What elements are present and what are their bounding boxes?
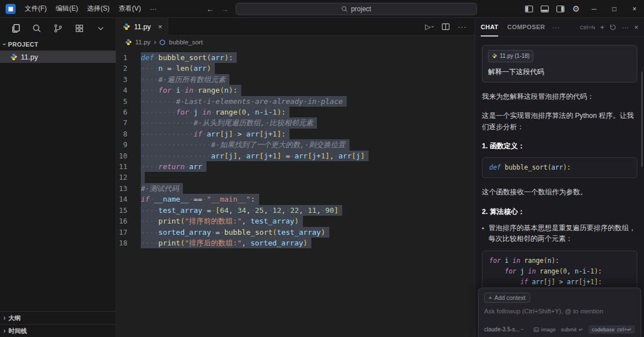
source-control-icon[interactable] — [52, 22, 64, 34]
code-token: , — [299, 206, 303, 215]
codebase-button[interactable]: codebase ctrl+↵ — [588, 325, 635, 334]
code-token: [ — [259, 130, 264, 138]
code-token: : — [233, 86, 237, 94]
code-token: ···· — [141, 64, 158, 72]
tab-11py[interactable]: 11.py × — [116, 18, 168, 35]
code-line[interactable]: 18····print("排序后的数组:",·sorted_array) — [116, 238, 475, 248]
timeline-section-header[interactable]: › 时间线 — [0, 324, 116, 337]
code-token: arr — [189, 162, 202, 171]
code-line[interactable]: 15····test_array·=·[64,·34,·25,·12,·22,·… — [116, 205, 475, 216]
code-token: if — [141, 195, 150, 203]
image-label: image — [541, 326, 556, 333]
context-file-chip[interactable]: 11.py (1-18) — [488, 50, 533, 62]
settings-gear-icon[interactable]: ⚙ — [569, 2, 583, 16]
code-line[interactable]: 5········#·Last·i·elements·are·already·i… — [116, 96, 475, 107]
editor-more-actions-button[interactable]: ··· — [458, 22, 467, 31]
tab-chat[interactable]: CHAT — [481, 18, 498, 37]
code-text: ····for·i·in·range(n): — [141, 85, 241, 95]
python-file-icon — [10, 53, 17, 61]
code-line[interactable]: 11····return·arr — [116, 161, 475, 172]
line-number: 14 — [116, 194, 141, 204]
code-line[interactable]: 1def·bubble_sort(arr): — [116, 52, 475, 63]
code-line[interactable]: 10················arr[j],·arr[j+1]·=·arr… — [116, 151, 475, 161]
back-button[interactable]: ← — [206, 4, 214, 13]
code-token: if — [520, 278, 528, 286]
code-token: - — [268, 108, 273, 116]
close-chat-button[interactable]: × — [634, 23, 638, 31]
history-icon[interactable] — [609, 24, 617, 31]
chat-panel: CHAT COMPOSER ··· Ctrl+N + ··· × 11.py (… — [475, 18, 644, 337]
logo-glyph: ▣ — [8, 6, 13, 12]
code-token: def — [489, 163, 501, 171]
app-logo-icon[interactable]: ▣ — [6, 4, 16, 14]
code-token: , — [242, 217, 246, 225]
run-python-button[interactable]: ▷ › — [425, 22, 434, 31]
explorer-section-header[interactable]: › PROJECT — [0, 38, 116, 51]
code-line[interactable]: 3····#·遍历所有数组元素 — [116, 74, 475, 85]
chevron-right-icon: › — [3, 327, 6, 334]
menu-view[interactable]: 查看(V) — [114, 2, 145, 15]
code-token: bubble_sort — [505, 163, 548, 171]
code-token: [ — [215, 206, 220, 215]
tab-composer[interactable]: COMPOSER — [507, 18, 545, 37]
chat-tabs-overflow-button[interactable]: ··· — [552, 18, 560, 37]
submit-button[interactable]: submit ↵ — [561, 326, 583, 333]
code-line[interactable]: 6········for·j·in·range(0,·n-i-1): — [116, 107, 475, 117]
search-icon[interactable] — [30, 22, 43, 34]
code-token: ···· — [141, 86, 158, 94]
code-token: 90 — [325, 206, 334, 215]
code-token: in — [528, 267, 536, 275]
split-editor-icon[interactable] — [441, 22, 450, 31]
code-token: test_array — [250, 217, 294, 225]
maximize-button[interactable]: □ — [605, 0, 624, 18]
breadcrumb[interactable]: 11.py › bubble_sort — [116, 35, 475, 49]
code-line[interactable]: 8············if·arr[j]·>·arr[j+1]: — [116, 129, 475, 139]
code-token: · — [290, 152, 295, 160]
close-window-button[interactable]: × — [625, 0, 644, 18]
code-token: #·遍历所有数组元素 — [158, 75, 226, 84]
assistant-paragraph: 这个函数接收一个数组作为参数。 — [482, 187, 637, 198]
code-token: j — [548, 278, 551, 286]
code-token: bubble_sort — [158, 53, 206, 62]
attach-image-button[interactable]: image — [533, 326, 556, 333]
menu-selection[interactable]: 选择(S) — [82, 2, 114, 15]
code-line[interactable]: 4····for·i·in·range(n): — [116, 85, 475, 95]
outline-section-header[interactable]: › 大纲 — [0, 311, 116, 324]
menu-overflow-button[interactable]: ··· — [145, 3, 161, 15]
chat-input[interactable]: Ask followup (Ctrl+Shift+Y), @ to mentio… — [484, 308, 635, 325]
toggle-sidebar-right-icon[interactable] — [553, 2, 568, 16]
code-token: n — [548, 257, 551, 265]
extensions-icon[interactable] — [73, 22, 85, 34]
submit-label: submit — [561, 326, 577, 333]
code-line[interactable]: 9················#·如果找到了一个更大的数,·则交换位置 — [116, 139, 475, 150]
code-line[interactable]: 14if·__name__·==·"__main__": — [116, 194, 475, 204]
code-token: ] — [334, 206, 338, 215]
code-line[interactable]: 13#·测试代码 — [116, 183, 475, 194]
command-center-search[interactable]: project — [236, 3, 477, 15]
scrollbar[interactable] — [641, 71, 643, 167]
code-line[interactable]: 2····n·=·len(arr) — [116, 63, 475, 74]
breadcrumb-symbol[interactable]: bubble_sort — [169, 39, 203, 45]
breadcrumb-file[interactable]: 11.py — [135, 39, 150, 45]
explorer-icon[interactable] — [9, 22, 21, 34]
toggle-panel-icon[interactable] — [537, 2, 552, 16]
file-item-11py[interactable]: 11.py — [0, 51, 116, 63]
add-context-button[interactable]: + Add context — [484, 293, 530, 303]
toggle-sidebar-left-icon[interactable] — [522, 2, 536, 16]
code-line[interactable]: 16····print("排序前的数组:",·test_array) — [116, 216, 475, 226]
more-views-chevron-icon[interactable] — [94, 22, 107, 34]
code-editor[interactable]: 1def·bubble_sort(arr):2····n·=·len(arr)3… — [116, 49, 475, 337]
code-line[interactable]: 7············#·从头到尾遍历数组,·比较相邻元素 — [116, 117, 475, 128]
minimize-button[interactable]: ─ — [585, 0, 604, 18]
forward-button[interactable]: → — [221, 4, 229, 13]
code-line[interactable]: 12 — [116, 172, 475, 183]
close-tab-icon[interactable]: × — [158, 22, 163, 31]
menu-file[interactable]: 文件(F) — [20, 2, 51, 15]
editor-actions: ▷ › ··· — [425, 18, 475, 35]
code-line[interactable]: 17····sorted_array·=·bubble_sort(test_ar… — [116, 227, 475, 238]
menu-edit[interactable]: 编辑(E) — [51, 2, 82, 15]
code-token: ···· — [141, 162, 158, 171]
chat-more-button[interactable]: ··· — [622, 23, 629, 31]
new-chat-button[interactable]: + — [600, 23, 605, 31]
model-selector[interactable]: claude-3.5-s... › — [484, 326, 523, 333]
